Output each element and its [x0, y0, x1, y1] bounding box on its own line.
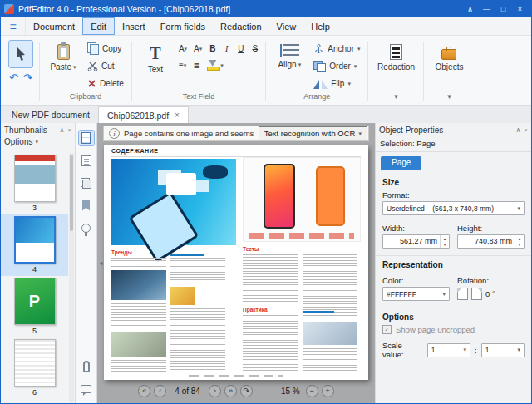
clipboard-group-label: Clipboard — [42, 92, 130, 105]
minimize-button[interactable]: — — [479, 3, 495, 16]
select-tool-button[interactable] — [8, 40, 33, 68]
align-left-button[interactable]: ≡▾ — [176, 58, 189, 72]
menu-redaction[interactable]: Redaction — [213, 17, 269, 35]
arrange-group: Align▾ Anchor▾ Order▾ Flip▾ — [268, 37, 366, 105]
side-tool-strip — [76, 123, 97, 403]
undo-button[interactable]: ↶ — [9, 71, 18, 84]
document-page[interactable]: СОДЕРЖАНИЕ Тренды Тесты — [104, 145, 368, 380]
close-button[interactable]: × — [512, 3, 528, 16]
rotate-right-icon[interactable] — [471, 288, 482, 300]
order-button[interactable]: Order▾ — [310, 57, 363, 75]
view-history-button[interactable]: ↷ — [240, 385, 253, 397]
previous-page-button[interactable]: ‹ — [154, 385, 166, 397]
text-tool-icon: T — [150, 44, 160, 62]
document-tab-bar: New PDF document Chip062018.pdf × — [1, 106, 531, 123]
highlight-button[interactable]: ▾ — [204, 58, 226, 72]
last-page-button[interactable]: » — [224, 385, 237, 397]
uncropped-label: Show page uncropped — [396, 325, 475, 334]
menu-help[interactable]: Help — [303, 17, 337, 35]
objects-button[interactable]: Objects — [428, 40, 470, 73]
zoom-out-button[interactable]: − — [306, 385, 318, 397]
thumbnails-tab-icon[interactable] — [79, 131, 94, 145]
cut-button[interactable]: Cut — [84, 57, 127, 75]
uncropped-checkbox[interactable]: ✓ — [382, 325, 392, 334]
thumbnails-options-button[interactable]: Options▾ — [1, 137, 75, 149]
thumbnails-close-icon[interactable]: × — [67, 126, 71, 134]
properties-collapse-icon[interactable]: ∧ — [515, 126, 520, 134]
menu-view[interactable]: View — [269, 17, 304, 35]
align-icon — [283, 44, 299, 57]
signatures-tab-icon[interactable] — [79, 220, 94, 235]
paste-button[interactable]: Paste▾ — [44, 40, 82, 73]
redo-button[interactable]: ↷ — [23, 71, 32, 84]
thumbnail-page-3[interactable]: 3 — [1, 153, 68, 214]
align-justify-button[interactable]: ≣ — [190, 58, 203, 72]
zoom-level: 15 % — [281, 387, 300, 396]
bookmarks-tab-icon[interactable] — [79, 198, 94, 213]
thumbnails-scrollbar[interactable] — [69, 153, 74, 402]
thumbnails-collapse-icon[interactable]: ∧ — [59, 126, 64, 134]
app-window: PdfEditor 4.0 - Professional Version - [… — [0, 0, 532, 404]
italic-button[interactable]: I — [220, 42, 233, 56]
copy-button[interactable]: Copy — [84, 40, 127, 57]
rotate-left-icon[interactable] — [457, 288, 468, 300]
font-button[interactable]: A▾ — [176, 42, 190, 56]
height-input[interactable]: 740,83 mm ▴▾ — [457, 234, 525, 249]
ribbon-collapse-icon[interactable]: ∧ — [462, 3, 478, 16]
text-field-group: T Text A▾ A▾ B I U S ≡▾ ≣ ▾ — [134, 37, 264, 105]
zoom-in-button[interactable]: + — [322, 385, 334, 397]
bold-button[interactable]: B — [206, 42, 219, 56]
layers-tab-icon[interactable] — [79, 175, 94, 190]
underline-button[interactable]: U — [234, 42, 247, 56]
tab-page[interactable]: Page — [381, 156, 421, 170]
scale-denominator-select[interactable]: 1▾ — [481, 343, 525, 357]
redaction-icon — [390, 44, 402, 60]
width-down-icon: ▾ — [441, 242, 449, 249]
scale-value-label: Scale value: — [382, 341, 423, 359]
thumbnail-page-6[interactable]: 6 — [1, 337, 68, 399]
flip-icon — [313, 79, 328, 89]
ocr-button[interactable]: Text recognition with OCR▾ — [259, 126, 367, 140]
comments-tab-icon[interactable] — [79, 382, 94, 397]
order-icon — [313, 61, 326, 72]
align-button[interactable]: Align▾ — [270, 40, 308, 71]
strikethrough-button[interactable]: S — [249, 42, 261, 56]
thumbnail-page-4[interactable]: 4 — [1, 214, 68, 276]
tab-close-icon[interactable]: × — [175, 111, 180, 120]
properties-panel-title: Object Properties — [379, 126, 443, 135]
tab-chip062018[interactable]: Chip062018.pdf × — [98, 106, 189, 123]
hamburger-icon[interactable]: ≡ — [1, 17, 26, 35]
menu-insert[interactable]: Insert — [115, 17, 153, 35]
menu-document[interactable]: Document — [26, 17, 82, 35]
delete-button[interactable]: Delete — [84, 75, 127, 92]
attachments-tab-icon[interactable] — [79, 359, 94, 374]
tab-new-pdf-document[interactable]: New PDF document — [3, 106, 98, 123]
format-select[interactable]: Userdefined (561,3 x 740,8 mm) ▾ — [382, 201, 525, 215]
menu-form-fields[interactable]: Form fields — [153, 17, 213, 35]
notes-tab-icon[interactable] — [79, 153, 94, 168]
text-tool-button[interactable]: T Text — [136, 40, 175, 76]
objects-icon — [441, 49, 456, 60]
delete-icon — [87, 79, 96, 88]
first-page-button[interactable]: « — [138, 385, 150, 397]
width-input[interactable]: 561,27 mm ▴▾ — [382, 234, 450, 249]
anchor-button[interactable]: Anchor▾ — [310, 40, 363, 57]
clipboard-group: Paste▾ Copy Cut Delete — [42, 37, 130, 105]
section-heading: Практика — [243, 307, 268, 313]
size-section-title: Size — [382, 178, 525, 187]
objects-group-caret[interactable]: ▾ — [426, 92, 472, 105]
text-style-button[interactable]: A▾ — [191, 42, 204, 56]
next-page-button[interactable]: › — [209, 385, 221, 397]
scale-colon: : — [475, 346, 477, 355]
objects-group: Objects ▾ — [426, 37, 472, 105]
redaction-group-caret[interactable]: ▾ — [370, 92, 421, 105]
redaction-button[interactable]: Redaction — [372, 40, 419, 73]
maximize-button[interactable]: □ — [495, 3, 511, 16]
properties-close-icon[interactable]: × — [524, 126, 528, 134]
menu-edit[interactable]: Edit — [82, 17, 115, 35]
flip-button[interactable]: Flip▾ — [310, 75, 363, 92]
scale-numerator-select[interactable]: 1▾ — [427, 343, 470, 357]
thumbnail-page-5[interactable]: P 5 — [1, 276, 68, 337]
color-select[interactable]: #FFFFFF ▾ — [382, 287, 450, 301]
laptop-image — [111, 270, 166, 300]
